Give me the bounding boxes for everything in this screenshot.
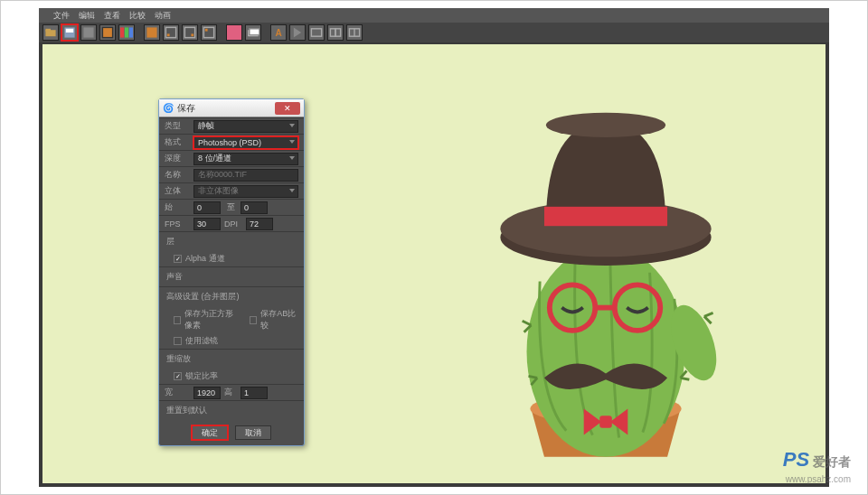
dpi-input[interactable]: 72 [246,218,273,230]
rescale-section: 重缩放 [159,349,304,369]
fps-input[interactable]: 30 [193,218,221,230]
svg-rect-20 [335,29,341,36]
app-window: 文件 编辑 查看 比较 动画 A [39,8,829,487]
cactus-render [416,44,796,483]
svg-rect-34 [599,416,612,428]
tool-rgb-icon[interactable] [118,24,135,41]
dialog-title: 保存 [177,102,195,115]
advanced-section: 高级设置 (合并图层) [159,286,304,306]
svg-rect-4 [83,27,93,37]
tool-history-icon[interactable] [80,24,97,41]
tool-save-icon[interactable] [61,24,78,41]
type-label: 类型 [165,120,190,132]
check-icon: ✓ [174,255,182,263]
start-label: 始 [165,201,190,213]
sound-section: 声音 [159,266,304,286]
square-checkbox[interactable]: 保存为正方形像素 保存AB比较 [159,306,304,333]
stereo-label: 立体 [165,185,190,197]
ok-button[interactable]: 确定 [192,425,228,440]
name-input[interactable]: 名称0000.TIF [193,169,298,182]
svg-point-40 [546,113,665,137]
tool-layer-icon[interactable] [245,24,261,41]
watermark-url: www.psahz.com [786,474,851,484]
tool-open-icon[interactable] [42,24,59,41]
format-label: 格式 [165,136,190,148]
svg-rect-11 [167,33,170,36]
reset-link[interactable]: 重置到默认 [159,400,304,420]
lock-ratio-checkbox[interactable]: ✓锁定比率 [159,369,304,384]
save-dialog: 🌀 保存 ✕ 类型 静帧 格式 Photoshop (PSD) 深度 8 位/通… [158,98,305,446]
svg-rect-1 [45,29,51,32]
svg-rect-17 [250,29,259,35]
toolbar: A [39,23,829,42]
svg-rect-9 [146,27,156,37]
tool-grid-icon[interactable] [327,24,344,41]
watermark-logo: PS [783,448,809,471]
filter-checkbox[interactable]: 使用滤镜 [159,333,304,349]
menu-compare[interactable]: 比较 [129,10,146,22]
dpi-label: DPI [224,219,242,229]
check-icon: ✓ [174,372,182,380]
svg-rect-19 [330,29,335,36]
tool-a-icon[interactable] [163,24,179,41]
svg-rect-3 [66,29,73,33]
watermark-name: 爱好者 [813,454,851,469]
svg-rect-6 [120,27,124,37]
name-label: 名称 [165,169,190,181]
height-label: 高 [224,387,237,398]
depth-label: 深度 [165,153,190,164]
watermark: PS 爱好者 www.psahz.com [783,449,851,485]
format-select[interactable]: Photoshop (PSD) [193,136,298,149]
start-input[interactable]: 0 [193,201,221,214]
menu-edit[interactable]: 编辑 [79,10,95,22]
tool-full-icon[interactable] [308,24,325,41]
menu-anim[interactable]: 动画 [155,10,171,22]
svg-rect-13 [191,33,193,36]
svg-rect-18 [311,29,321,36]
svg-rect-15 [205,29,208,32]
tool-more-icon[interactable] [346,24,363,41]
tool-text-icon[interactable]: A [270,24,287,41]
app-icon: 🌀 [163,103,174,113]
tool-c-icon[interactable] [201,24,217,41]
tool-filter-icon[interactable] [226,24,242,41]
svg-rect-8 [129,27,133,37]
tool-single-icon[interactable] [99,24,116,41]
end-input[interactable]: 0 [241,201,268,214]
layers-section: 层 [159,231,304,251]
type-select[interactable]: 静帧 [193,120,298,133]
tool-nav-icon[interactable] [144,24,160,41]
width-input[interactable]: 1920 [193,387,221,399]
dialog-titlebar[interactable]: 🌀 保存 ✕ [159,99,304,117]
svg-rect-7 [125,27,128,37]
depth-select[interactable]: 8 位/通道 [193,153,298,165]
height-input[interactable]: 1 [241,387,268,399]
fps-label: FPS [165,219,190,229]
tool-play-icon[interactable] [289,24,306,41]
width-label: 宽 [165,387,190,398]
end-label: 至 [224,201,237,213]
menu-file[interactable]: 文件 [53,10,70,22]
tool-b-icon[interactable] [182,24,198,41]
close-button[interactable]: ✕ [275,102,300,115]
menu-view[interactable]: 查看 [104,10,120,22]
cancel-button[interactable]: 取消 [235,425,271,440]
stereo-select[interactable]: 非立体图像 [193,185,298,198]
svg-line-33 [704,316,712,323]
alpha-checkbox[interactable]: ✓ Alpha 通道 [159,251,304,266]
svg-rect-5 [102,27,112,37]
svg-rect-41 [544,207,667,226]
menubar: 文件 编辑 查看 比较 动画 [39,8,829,23]
